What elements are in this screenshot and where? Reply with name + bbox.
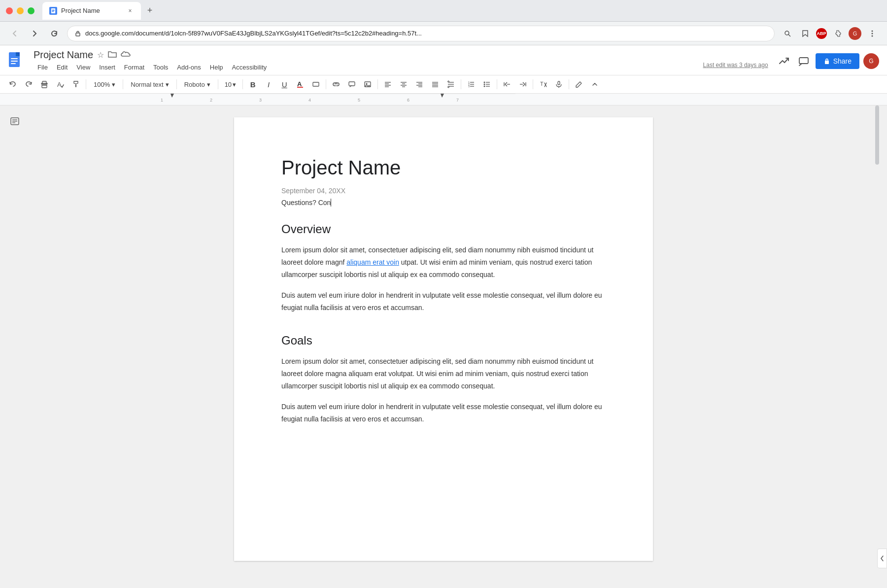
chevron-up-icon [591,80,599,88]
text-color-button[interactable]: A [293,77,307,91]
redo-button[interactable] [22,77,35,91]
font-dropdown[interactable]: Roboto ▾ [180,78,215,91]
scrollbar-thumb[interactable] [875,105,879,165]
folder-svg [108,50,117,58]
comment-format-button[interactable] [345,77,359,91]
print-icon [40,80,48,88]
tab-close-button[interactable]: × [126,7,134,15]
menu-view[interactable]: View [72,62,94,73]
paint-format-button[interactable] [69,77,83,91]
comments-button[interactable] [796,53,812,69]
url-bar[interactable]: docs.google.com/document/d/1olcn-5f897wu… [67,26,775,41]
doc-questions[interactable]: Questions? Con [281,199,606,207]
star-icon[interactable]: ☆ [97,50,104,60]
line-spacing-button[interactable] [444,77,458,91]
divider-8 [461,79,461,89]
browser-account-avatar[interactable]: G [849,27,861,40]
font-size-dropdown[interactable]: 10 ▾ [221,78,239,91]
indent-more-button[interactable] [516,77,530,91]
svg-text:A: A [57,81,62,88]
doc-area[interactable]: Project Name September 04, 20XX Question… [30,105,857,588]
ruler-svg: 1 2 3 4 5 6 7 [121,94,515,105]
browser-frame: Project Name × + docs.google.com/documen… [0,0,887,588]
back-button[interactable] [8,27,22,40]
divider-11 [569,79,569,89]
goals-paragraph-1: Lorem ipsum dolor sit amet, consectetuer… [281,355,606,393]
svg-text:3: 3 [259,98,262,103]
menu-edit[interactable]: Edit [53,62,71,73]
undo-button[interactable] [6,77,20,91]
svg-text:A: A [297,80,302,88]
svg-rect-14 [11,58,18,59]
clear-format-icon: T [539,80,547,88]
address-bar: docs.google.com/document/d/1olcn-5f897wu… [0,22,887,45]
highlight-button[interactable] [309,77,323,91]
menu-tools[interactable]: Tools [149,62,172,73]
indent-less-button[interactable] [500,77,514,91]
svg-point-57 [484,86,485,87]
share-button[interactable]: Share [816,53,859,69]
adblock-button[interactable]: ABP [816,28,827,39]
menu-addons[interactable]: Add-ons [173,62,205,73]
collapse-sidebar-button[interactable] [877,549,887,568]
collapse-toolbar-button[interactable] [588,77,602,91]
voice-input-button[interactable] [552,77,566,91]
edit-mode-button[interactable] [572,77,586,91]
minimize-window-button[interactable] [17,7,24,14]
link-button[interactable] [329,77,343,91]
font-size-arrow: ▾ [233,81,236,88]
align-justify-button[interactable] [428,77,442,91]
image-button[interactable] [361,77,375,91]
bold-button[interactable]: B [246,77,260,91]
divider-3 [176,79,177,89]
new-tab-button[interactable]: + [143,4,157,18]
url-text: docs.google.com/document/d/1olcn-5f897wu… [85,30,767,37]
outline-icon [10,116,20,126]
menu-file[interactable]: File [34,62,52,73]
print-button[interactable] [37,77,51,91]
menu-accessibility[interactable]: Accessibility [228,62,271,73]
lock-share-icon [823,58,830,65]
active-tab[interactable]: Project Name × [42,2,141,20]
maximize-window-button[interactable] [28,7,34,14]
svg-rect-4 [76,33,80,36]
divider-2 [123,79,123,89]
outline-button[interactable] [7,113,23,129]
user-avatar[interactable]: G [863,53,879,69]
folder-icon[interactable] [108,50,117,60]
overview-link[interactable]: aliquam erat voin [346,258,399,266]
zoom-dropdown[interactable]: 100% ▾ [89,78,120,91]
last-edit-label[interactable]: Last edit was 3 days ago [703,62,768,73]
menu-insert[interactable]: Insert [95,62,119,73]
text-cursor [331,199,331,207]
search-button[interactable] [781,27,794,40]
spellcheck-button[interactable]: A [53,77,67,91]
clear-format-button[interactable]: T [536,77,550,91]
menu-format[interactable]: Format [120,62,148,73]
bulleted-list-button[interactable] [480,77,494,91]
bookmark-icon [801,30,809,37]
menu-help[interactable]: Help [206,62,227,73]
style-dropdown[interactable]: Normal text ▾ [126,78,173,91]
underline-button[interactable]: U [277,77,291,91]
svg-text:5: 5 [358,98,360,103]
trending-button[interactable] [776,53,792,69]
italic-button[interactable]: I [262,77,275,91]
cloud-icon[interactable] [121,50,131,60]
close-window-button[interactable] [6,7,13,14]
section-goals: Goals Lorem ipsum dolor sit amet, consec… [281,334,606,425]
refresh-button[interactable] [47,27,61,40]
forward-button[interactable] [28,27,41,40]
bookmark-button[interactable] [798,27,812,40]
align-left-button[interactable] [381,77,395,91]
extensions-button[interactable] [831,27,845,40]
doc-title: Project Name [34,49,93,61]
zoom-arrow: ▾ [112,81,115,88]
align-center-button[interactable] [397,77,410,91]
align-right-icon [415,80,423,88]
svg-rect-26 [313,82,319,86]
numbered-list-button[interactable]: 1.2.3. [464,77,478,91]
browser-menu-button[interactable] [865,27,879,40]
svg-point-29 [366,83,368,85]
align-right-button[interactable] [412,77,426,91]
